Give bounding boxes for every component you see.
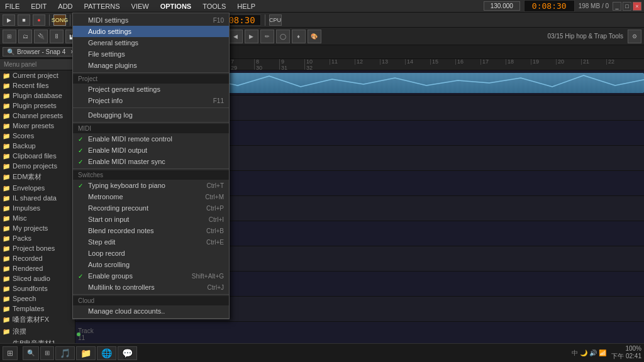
- sidebar-item-label: Current project: [13, 72, 58, 79]
- menu-item-4-8[interactable]: ✓Enable groupsShift+Alt+G: [73, 270, 229, 282]
- menu-options[interactable]: OPTIONS: [158, 3, 194, 10]
- sidebar-item-11[interactable]: 📁Envelopes: [0, 183, 75, 193]
- minimize-button[interactable]: _: [613, 2, 621, 11]
- sidebar-item-label: 嗓音素材FX: [13, 315, 49, 324]
- menu-item-0-1[interactable]: Audio settings: [73, 26, 229, 37]
- timeline-tick-31: 31: [279, 65, 304, 71]
- sidebar-item-3[interactable]: 📁Plugin presets: [0, 101, 75, 111]
- sidebar-item-25[interactable]: 📁浪摆: [0, 326, 75, 337]
- menu-item-4-0[interactable]: ✓Typing keyboard to pianoCtrl+T: [73, 180, 229, 191]
- record-button[interactable]: ●: [33, 14, 45, 26]
- sidebar-item-10[interactable]: 📁EDM素材: [0, 171, 75, 183]
- nudge-left[interactable]: ◀: [229, 30, 243, 43]
- menu-file[interactable]: FILE: [3, 3, 22, 10]
- sidebar-item-9[interactable]: 📁Demo projects: [0, 161, 75, 171]
- menu-item-4-9[interactable]: Multilink to controllersCtrl+J: [73, 282, 229, 293]
- sidebar-item-7[interactable]: 📁Backup: [0, 141, 75, 151]
- menu-item-left: Manage plugins: [78, 62, 137, 69]
- browser-button[interactable]: 🗂: [18, 30, 32, 43]
- sidebar-folder-icon: 📁: [3, 143, 10, 150]
- sidebar-item-23[interactable]: 📁Templates: [0, 304, 75, 314]
- sidebar-item-1[interactable]: 📁Recent files: [0, 80, 75, 90]
- menu-patterns[interactable]: PATTERNS: [82, 3, 123, 10]
- menu-item-3-1[interactable]: ✓Enable MIDI output: [73, 145, 229, 156]
- menu-help[interactable]: HELP: [235, 3, 258, 10]
- start-button[interactable]: ⊞: [3, 346, 18, 360]
- taskbar-app-2[interactable]: 📁: [76, 346, 96, 360]
- snap-button[interactable]: ⊞: [3, 30, 16, 43]
- menu-item-4-2[interactable]: Recording precountCtrl+P: [73, 202, 229, 214]
- close-button[interactable]: ×: [633, 2, 641, 11]
- sidebar-folder-icon: 📁: [3, 285, 10, 292]
- sidebar-item-12[interactable]: 📁IL shared data: [0, 193, 75, 203]
- menu-section-header-4: Switches: [73, 170, 229, 180]
- menu-item-3-2[interactable]: ✓Enable MIDI master sync: [73, 156, 229, 167]
- menu-item-4-3[interactable]: Start on inputCtrl+I: [73, 214, 229, 225]
- sidebar-item-5[interactable]: 📁Mixer presets: [0, 121, 75, 131]
- clip-mute[interactable]: ◯: [276, 30, 290, 43]
- menu-item-0-0[interactable]: MIDI settingsF10: [73, 14, 229, 26]
- browser-tab[interactable]: 🔍 Browser - Snap 4 ×: [3, 47, 79, 57]
- clip-solo[interactable]: ♦: [292, 30, 306, 43]
- menu-item-label: Recording precount: [88, 204, 148, 212]
- menu-item-label: Enable MIDI master sync: [88, 158, 165, 165]
- menu-item-4-1[interactable]: MetronomeCtrl+M: [73, 191, 229, 202]
- sidebar-item-21[interactable]: 📁Soundfonts: [0, 283, 75, 293]
- play-button[interactable]: ▶: [3, 14, 15, 26]
- sidebar-item-18[interactable]: 📁Recorded: [0, 253, 75, 263]
- menu-item-0-4[interactable]: Manage plugins: [73, 60, 229, 71]
- sidebar-item-15[interactable]: 📁My projects: [0, 223, 75, 233]
- menu-item-1-1[interactable]: Project infoF11: [73, 95, 229, 106]
- menu-edit[interactable]: EDIT: [28, 3, 49, 10]
- plugin-button[interactable]: 🔌: [34, 30, 48, 43]
- menu-view[interactable]: VIEW: [129, 3, 152, 10]
- menu-add[interactable]: ADD: [55, 3, 75, 10]
- sidebar-folder-icon: 📁: [3, 102, 10, 109]
- menu-item-4-5[interactable]: Step editCtrl+E: [73, 236, 229, 248]
- search-bar[interactable]: 🔍: [23, 346, 39, 360]
- sidebar-item-13[interactable]: 📁Impulses: [0, 203, 75, 213]
- menu-item-left: MIDI settings: [78, 16, 128, 24]
- sidebar-item-6[interactable]: 📁Scores: [0, 131, 75, 141]
- menu-item-shortcut: Ctrl+T: [207, 182, 225, 189]
- menu-item-4-4[interactable]: Blend recorded notesCtrl+B: [73, 225, 229, 236]
- menu-tools[interactable]: TOOLS: [200, 3, 228, 10]
- clip-edit[interactable]: ✏: [260, 30, 274, 43]
- sidebar-item-4[interactable]: 📁Channel presets: [0, 111, 75, 121]
- menu-item-0-2[interactable]: General settings: [73, 37, 229, 48]
- menu-item-label: Loop record: [88, 250, 125, 257]
- sys-tray: 中 🌙 🔊 📶: [569, 349, 609, 358]
- sidebar-item-label: Plugin database: [13, 92, 62, 99]
- taskbar-app-3[interactable]: 🌐: [97, 346, 116, 360]
- sidebar-item-24[interactable]: 📁嗓音素材FX: [0, 314, 75, 326]
- sidebar-item-19[interactable]: 📁Rendered: [0, 263, 75, 273]
- menu-item-5-0[interactable]: Manage cloud accounts..: [73, 305, 229, 317]
- window-controls: _ □ ×: [613, 2, 641, 11]
- menu-item-1-0[interactable]: Project general settings: [73, 84, 229, 95]
- stop-button[interactable]: ■: [18, 14, 30, 26]
- menu-item-4-7[interactable]: Auto scrolling: [73, 259, 229, 270]
- mixer-button[interactable]: 🎚: [50, 30, 64, 43]
- bpm-value: 130.000: [488, 3, 516, 9]
- sidebar-item-2[interactable]: 📁Plugin database: [0, 90, 75, 101]
- sidebar-folder-icon: 📁: [3, 133, 10, 140]
- menu-item-3-0[interactable]: ✓Enable MIDI remote control: [73, 133, 229, 145]
- sidebar-item-0[interactable]: 📁Current project: [0, 70, 75, 80]
- maximize-button[interactable]: □: [623, 2, 631, 11]
- sidebar-item-20[interactable]: 📁Sliced audio: [0, 273, 75, 283]
- task-manager[interactable]: ⊞: [40, 346, 54, 360]
- arr-settings[interactable]: ⚙: [628, 30, 641, 43]
- menu-item-4-6[interactable]: Loop record: [73, 248, 229, 259]
- sidebar-item-8[interactable]: 📁Clipboard files: [0, 151, 75, 161]
- sidebar-item-17[interactable]: 📁Project bones: [0, 243, 75, 253]
- sidebar-item-16[interactable]: 📁Packs: [0, 233, 75, 243]
- menu-item-0-3[interactable]: File settings: [73, 48, 229, 60]
- clip-color[interactable]: 🎨: [308, 30, 321, 43]
- nudge-right[interactable]: ▶: [245, 30, 258, 43]
- sidebar-item-22[interactable]: 📁Speech: [0, 293, 75, 304]
- sidebar-item-14[interactable]: 📁Misc: [0, 213, 75, 223]
- menu-item-2-0[interactable]: Debugging log: [73, 109, 229, 121]
- taskbar-app-1[interactable]: 🎵: [55, 346, 75, 360]
- pattern-mode[interactable]: SONG: [53, 14, 66, 26]
- taskbar-app-4[interactable]: 💬: [118, 346, 137, 360]
